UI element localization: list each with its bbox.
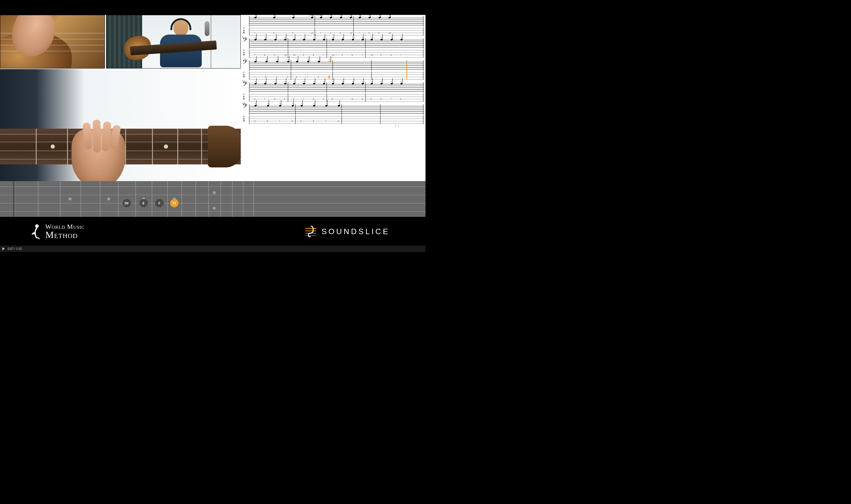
tab-number: 7 xyxy=(341,98,343,101)
tab-number: 9 xyxy=(254,120,256,122)
tab-number: 6 xyxy=(337,120,339,122)
tab-number: 8 xyxy=(274,98,276,101)
tab-number: 6 xyxy=(291,120,293,122)
fretboard-note[interactable]: E xyxy=(139,199,148,207)
fretboard-visualizer[interactable]: D#EFF# xyxy=(0,181,425,217)
tab-number: 9 xyxy=(292,32,294,34)
video-feed-picking-hand xyxy=(0,15,105,69)
tab-number: 8 xyxy=(266,120,268,122)
tab-number: 10 xyxy=(284,54,287,56)
tab-number: 10 xyxy=(388,32,391,34)
soundslice-icon xyxy=(304,225,317,238)
tab-number: 9 xyxy=(341,54,343,56)
notation-system: 𝄢TAB78996789 xyxy=(243,60,424,80)
tab-clef-icon: TAB xyxy=(243,115,244,122)
bass-clef-icon: 𝄢 xyxy=(243,37,248,45)
tab-number: 6 xyxy=(400,98,402,101)
video-feed-fretting-hand xyxy=(0,69,241,181)
tab-number: 8 xyxy=(273,32,274,34)
tab-number: 7 xyxy=(325,120,326,122)
tab-number: 8 xyxy=(313,98,314,101)
tab-clef-icon: TAB xyxy=(243,50,244,56)
ellipsis-label: (...) xyxy=(395,124,399,127)
tab-number: 8 xyxy=(264,54,265,56)
tab-number: 9 xyxy=(370,98,372,101)
tab-number: 8 xyxy=(313,54,314,56)
tab-number: 9 xyxy=(302,54,304,56)
play-icon[interactable] xyxy=(2,247,5,250)
tab-number: 8 xyxy=(313,120,314,122)
notation-system: 5𝄢TAB78910109871098710987 xyxy=(243,38,424,58)
tab-number: 10 xyxy=(311,32,314,34)
tab-number: 8 xyxy=(329,32,331,34)
tab-number: 7 xyxy=(400,54,402,56)
tab-number: 6 xyxy=(331,98,333,101)
video-feed-studio xyxy=(106,15,241,69)
tab-number: 8 xyxy=(390,54,392,56)
tab-number: 9 xyxy=(274,54,276,56)
bass-clef-icon: 𝄢 xyxy=(243,59,248,67)
soundslice-text: SOUNDSLICE xyxy=(321,227,390,236)
fretboard-note[interactable]: D# xyxy=(122,199,131,207)
tab-number: 7 xyxy=(322,54,324,56)
tab-number: 9 xyxy=(339,32,341,34)
tab-number: 7 xyxy=(390,98,392,101)
tab-number: 7 xyxy=(319,32,321,34)
tab-clef-icon: TAB xyxy=(243,28,244,34)
tab-number: 7 xyxy=(279,120,280,122)
tab-number: 8 xyxy=(351,54,353,56)
notation-panel[interactable]: EADG tuningTAB7891078910789105𝄢TAB789101… xyxy=(241,15,425,181)
video-panel[interactable] xyxy=(0,15,241,181)
tab-clef-icon: TAB xyxy=(243,93,244,100)
soundslice-logo: SOUNDSLICE xyxy=(304,225,390,238)
svg-point-0 xyxy=(35,224,39,228)
notation-system: 18𝄢TAB98769876(...) xyxy=(243,104,424,124)
fretboard-note[interactable]: F# xyxy=(170,199,178,207)
wmm-text-line1: World Music xyxy=(45,223,85,230)
wmm-text-line2: Method xyxy=(45,230,85,239)
tab-number: 6 xyxy=(254,98,256,101)
tab-number: 10 xyxy=(331,54,335,56)
tab-number: 8 xyxy=(380,98,382,101)
tab-number: 9 xyxy=(300,120,302,122)
main-content: EADG tuningTAB7891078910789105𝄢TAB789101… xyxy=(0,15,425,181)
tab-clef-icon: TAB xyxy=(243,71,244,78)
bass-clef-icon: 𝄢 xyxy=(243,81,248,89)
world-music-method-logo: World Music Method xyxy=(30,223,85,240)
wmm-icon xyxy=(30,223,42,240)
tab-number: 7 xyxy=(254,54,256,56)
tab-number: 7 xyxy=(264,98,265,101)
fretboard-note[interactable]: F xyxy=(155,199,164,207)
branding-bar: World Music Method SOUNDSLICE xyxy=(0,217,425,246)
bass-clef-icon: 𝄢 xyxy=(243,103,248,111)
tab-number: 10 xyxy=(292,54,296,56)
tab-number: 9 xyxy=(361,98,363,101)
tab-number: 9 xyxy=(378,32,380,34)
notation-system: 14𝄢TAB6789678967899876 xyxy=(243,82,424,102)
tab-number: 7 xyxy=(361,54,363,56)
tab-number: 10 xyxy=(370,54,373,56)
notation-system: EADG tuningTAB789107891078910 xyxy=(243,16,424,36)
video-controls[interactable]: 0:07 / 1:52 xyxy=(0,246,425,252)
tab-number: 10 xyxy=(349,32,353,34)
tab-number: 9 xyxy=(322,98,324,101)
tab-number: 8 xyxy=(351,98,353,101)
tab-number: 8 xyxy=(368,32,370,34)
tab-number: 7 xyxy=(302,98,304,101)
tab-number: 7 xyxy=(254,32,256,34)
tab-number: 9 xyxy=(380,54,382,56)
playback-time: 0:07 / 1:52 xyxy=(8,247,22,251)
notation-playhead xyxy=(406,60,407,80)
tuning-label: EADG tuning xyxy=(309,15,321,16)
tab-number: 7 xyxy=(358,32,360,34)
tab-number: 9 xyxy=(284,98,285,101)
